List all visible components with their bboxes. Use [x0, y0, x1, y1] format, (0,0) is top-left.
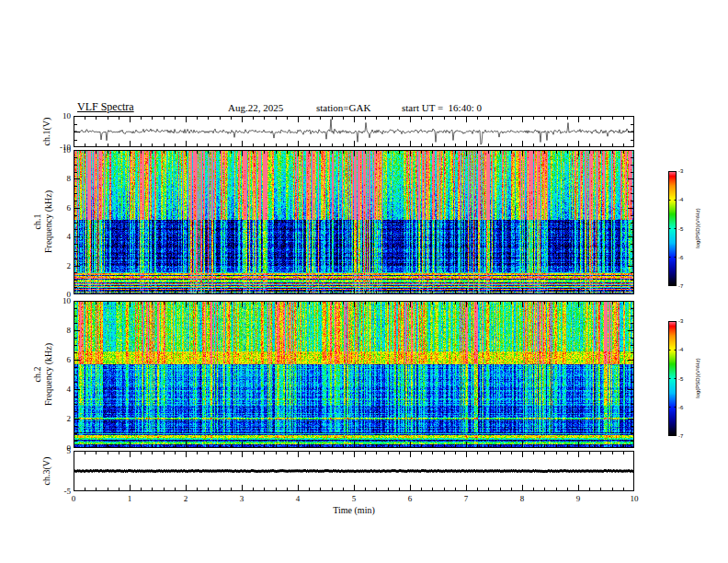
- x-tick-label: 3: [240, 494, 245, 503]
- colorbar-tick-label: -7: [678, 283, 683, 289]
- colorbar-ch1: [668, 171, 677, 286]
- ch1-waveform-plot: [74, 116, 634, 147]
- vlf-spectra-figure: VLF Spectra Aug.22, 2025 station=GAK sta…: [0, 0, 728, 563]
- x-tick-label: 6: [408, 494, 413, 503]
- ch3-voltage-axis-label: ch.3(V): [41, 457, 51, 486]
- ch3-waveform-plot: [74, 451, 634, 491]
- figure-title: VLF Spectra: [77, 100, 134, 114]
- ch1-channel-label: ch.1: [32, 214, 42, 230]
- y-tick-label: 10: [63, 145, 71, 155]
- colorbar-tick-label: -4: [678, 347, 683, 352]
- station-label: station=GAK: [316, 102, 370, 113]
- x-tick-label: 10: [631, 494, 639, 503]
- y-tick-label: 4: [67, 232, 72, 241]
- y-tick-label: 10: [63, 111, 71, 121]
- y-tick-label: 10: [63, 296, 71, 305]
- y-tick-label: 5: [67, 446, 72, 455]
- colorbar-tick-label: -3: [678, 168, 683, 174]
- colorbar-tick-label: -3: [678, 318, 683, 324]
- y-tick-label: 8: [67, 174, 72, 183]
- ch2-channel-label: ch.2: [32, 367, 42, 383]
- colorbar-tick-label: -6: [678, 255, 683, 260]
- x-tick-label: 8: [520, 494, 525, 503]
- colorbar-tick-label: -5: [678, 226, 683, 232]
- y-tick-label: 6: [67, 355, 72, 364]
- y-tick-label: 6: [67, 203, 72, 213]
- y-tick-label: 2: [67, 261, 72, 270]
- time-axis-label: Time (min): [333, 505, 374, 515]
- ch1-spectrogram-plot: [74, 150, 634, 294]
- ch2-spectrogram-plot: [74, 301, 634, 448]
- x-tick-label: 5: [352, 494, 357, 503]
- ch1-voltage-axis-label: ch.1(V): [41, 118, 51, 146]
- colorbar-tick-label: -7: [678, 433, 683, 439]
- colorbar-ch1-axis-label: log(PSD)(V²/Hz): [695, 208, 700, 247]
- x-tick-label: 9: [576, 494, 581, 503]
- ch1-frequency-axis-label: Frequency (kHz): [43, 190, 53, 253]
- figure-date: Aug.22, 2025: [228, 102, 283, 113]
- x-tick-label: 4: [296, 494, 301, 503]
- x-tick-label: 1: [128, 494, 132, 503]
- start-ut-label: start UT = 16:40: 0: [402, 102, 482, 113]
- ch2-frequency-axis-label: Frequency (kHz): [43, 343, 53, 406]
- colorbar-tick-label: -4: [678, 197, 683, 202]
- y-tick-label: -5: [64, 487, 72, 496]
- colorbar-tick-label: -5: [678, 376, 683, 382]
- y-tick-label: 2: [67, 414, 72, 423]
- y-tick-label: 8: [67, 326, 72, 335]
- y-tick-label: 4: [67, 385, 72, 394]
- x-tick-label: 0: [72, 494, 76, 503]
- colorbar-ch2: [668, 321, 677, 436]
- x-tick-label: 7: [464, 494, 469, 503]
- colorbar-ch2-axis-label: log(PSD)(V²/Hz): [695, 358, 700, 397]
- x-tick-label: 2: [184, 494, 188, 503]
- colorbar-tick-label: -6: [678, 405, 683, 410]
